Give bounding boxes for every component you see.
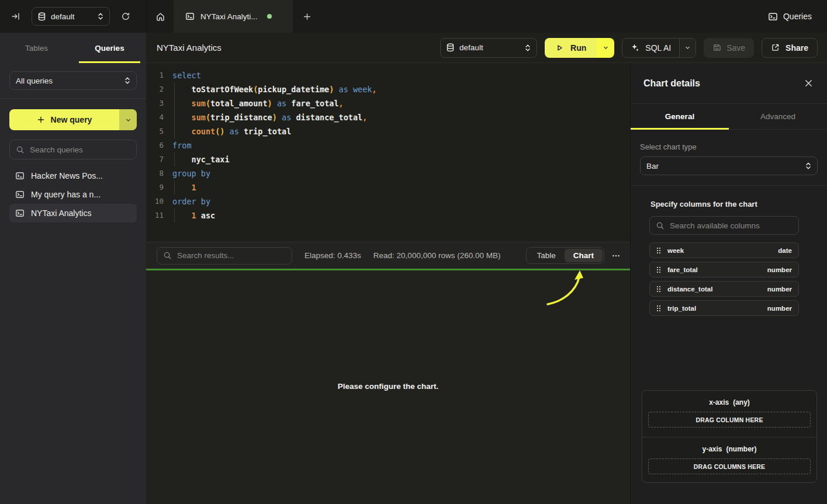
code-line[interactable]: 3 sum(total_amount) as fare_total, bbox=[146, 96, 630, 110]
query-list: Hacker News Pos...My query has a n...NYT… bbox=[9, 166, 137, 223]
sql-ai-button[interactable]: SQL AI bbox=[622, 38, 696, 58]
collapse-sidebar-icon[interactable] bbox=[8, 9, 23, 24]
query-filter-select[interactable]: All queries bbox=[9, 71, 137, 90]
queries-panel-label: Queries bbox=[783, 12, 812, 21]
database-selector-value: default bbox=[51, 12, 92, 21]
drag-handle-icon[interactable] bbox=[656, 286, 661, 293]
refresh-icon[interactable] bbox=[118, 9, 133, 24]
code-line[interactable]: 7 nyc_taxi bbox=[146, 152, 630, 166]
column-name: fare_total bbox=[667, 266, 698, 273]
code-line[interactable]: 11 1 asc bbox=[146, 208, 630, 223]
sidebar-content: All queries New query Search queries Hac bbox=[0, 63, 146, 223]
query-item-label: Hacker News Pos... bbox=[31, 171, 103, 180]
column-row[interactable]: weekdate bbox=[649, 242, 799, 258]
code-line[interactable]: 5 count() as trip_total bbox=[146, 124, 630, 138]
search-results-input[interactable]: Search results... bbox=[157, 247, 292, 265]
save-icon bbox=[712, 43, 721, 52]
tab-queries[interactable]: Queries bbox=[73, 33, 146, 63]
line-number: 9 bbox=[146, 180, 164, 194]
query-header: NYTaxi Analytics default Run bbox=[146, 33, 827, 63]
chevron-up-down-icon bbox=[525, 44, 531, 52]
run-main[interactable]: Run bbox=[545, 38, 597, 58]
line-number: 3 bbox=[146, 96, 164, 110]
query-list-item[interactable]: My query has a n... bbox=[9, 185, 137, 204]
share-button[interactable]: Share bbox=[762, 38, 818, 58]
line-number: 7 bbox=[146, 152, 164, 166]
tab-advanced[interactable]: Advanced bbox=[729, 104, 827, 129]
chart-type-label: Select chart type bbox=[640, 142, 818, 151]
code-line[interactable]: 8group by bbox=[146, 166, 630, 180]
queries-panel-button[interactable]: Queries bbox=[768, 12, 812, 22]
columns-section-label: Specify columns for the chart bbox=[650, 200, 827, 208]
view-toggle: Table Chart bbox=[526, 247, 604, 264]
chart-type-select[interactable]: Bar bbox=[640, 157, 818, 175]
chevron-up-down-icon bbox=[98, 12, 103, 20]
tab-tables[interactable]: Tables bbox=[0, 33, 73, 63]
home-tab-button[interactable] bbox=[147, 0, 174, 33]
view-tab-chart[interactable]: Chart bbox=[565, 249, 603, 262]
sql-editor[interactable]: 1select2 toStartOfWeek(pickup_datetime) … bbox=[146, 63, 630, 242]
sql-ai-main[interactable]: SQL AI bbox=[622, 39, 679, 57]
code-text: order by bbox=[172, 194, 210, 208]
search-queries-placeholder: Search queries bbox=[30, 145, 83, 154]
drag-handle-icon[interactable] bbox=[656, 266, 661, 273]
code-line[interactable]: 9 1 bbox=[146, 180, 630, 194]
query-filter-value: All queries bbox=[16, 77, 119, 85]
database-selector-top[interactable]: default bbox=[32, 7, 110, 26]
code-line[interactable]: 2 toStartOfWeek(pickup_datetime) as week… bbox=[146, 82, 630, 96]
sql-ai-dropdown[interactable] bbox=[679, 39, 695, 57]
database-selector-main[interactable]: default bbox=[440, 38, 537, 58]
columns-list: weekdatefare_totalnumberdistance_totalnu… bbox=[649, 242, 799, 316]
run-button[interactable]: Run bbox=[545, 38, 614, 58]
results-more-button[interactable] bbox=[611, 251, 621, 260]
new-tab-button[interactable] bbox=[293, 0, 321, 33]
chart-details-panel: Chart details General Advanced Select ch… bbox=[630, 63, 827, 504]
sparkles-icon bbox=[631, 43, 639, 52]
x-axis-drop-zone[interactable]: DRAG COLUMN HERE bbox=[648, 412, 811, 427]
query-list-item[interactable]: Hacker News Pos... bbox=[9, 166, 137, 185]
tab-general[interactable]: General bbox=[631, 104, 729, 129]
column-row[interactable]: distance_totalnumber bbox=[649, 281, 799, 297]
code-text: count() as trip_total bbox=[172, 124, 291, 138]
axes-config-box: x-axis(any) DRAG COLUMN HERE y-axis(numb… bbox=[642, 390, 817, 483]
new-query-button[interactable]: New query bbox=[9, 109, 137, 130]
new-query-dropdown[interactable] bbox=[119, 109, 137, 130]
tab-title: NYTaxi Analyti... bbox=[200, 12, 258, 21]
search-columns-input[interactable]: Search available columns bbox=[649, 216, 799, 235]
drag-handle-icon[interactable] bbox=[656, 247, 661, 254]
run-label: Run bbox=[570, 43, 586, 53]
sidebar-divider bbox=[0, 98, 146, 99]
chevron-up-down-icon bbox=[805, 162, 811, 170]
code-text: sum(total_amount) as fare_total, bbox=[172, 96, 344, 110]
line-number: 4 bbox=[146, 110, 164, 124]
code-text: sum(trip_distance) as distance_total, bbox=[172, 110, 367, 124]
line-number: 6 bbox=[146, 138, 164, 152]
sidebar: Tables Queries All queries New query bbox=[0, 33, 146, 504]
y-axis-drop-zone[interactable]: DRAG COLUMNS HERE bbox=[648, 458, 811, 474]
header-controls: default Run SQL AI bbox=[440, 38, 818, 58]
column-row[interactable]: trip_totalnumber bbox=[649, 300, 799, 316]
code-line[interactable]: 4 sum(trip_distance) as distance_total, bbox=[146, 110, 630, 124]
tab-nytaxi-analytics[interactable]: NYTaxi Analyti... bbox=[174, 0, 293, 33]
query-list-item[interactable]: NYTaxi Analytics bbox=[9, 204, 137, 223]
topbar-left: default bbox=[0, 0, 146, 33]
database-icon bbox=[38, 12, 46, 21]
close-icon[interactable] bbox=[804, 79, 813, 88]
new-query-main[interactable]: New query bbox=[9, 109, 119, 130]
code-line[interactable]: 6from bbox=[146, 138, 630, 152]
code-line[interactable]: 1select bbox=[146, 68, 630, 82]
save-button[interactable]: Save bbox=[704, 38, 754, 58]
code-line[interactable]: 10order by bbox=[146, 194, 630, 208]
run-dropdown[interactable] bbox=[597, 38, 614, 58]
code-text: group by bbox=[172, 166, 210, 180]
search-columns-placeholder: Search available columns bbox=[670, 221, 760, 230]
y-axis-section: y-axis(number) DRAG COLUMNS HERE bbox=[642, 437, 816, 483]
column-row[interactable]: fare_totalnumber bbox=[649, 262, 799, 277]
drag-handle-icon[interactable] bbox=[656, 305, 661, 312]
view-tab-table[interactable]: Table bbox=[528, 249, 564, 262]
play-icon bbox=[555, 44, 563, 52]
y-axis-label: y-axis bbox=[702, 445, 722, 453]
search-queries-input[interactable]: Search queries bbox=[9, 140, 137, 159]
terminal-icon bbox=[768, 12, 778, 22]
chart-area: Please configure the chart. bbox=[146, 270, 630, 504]
